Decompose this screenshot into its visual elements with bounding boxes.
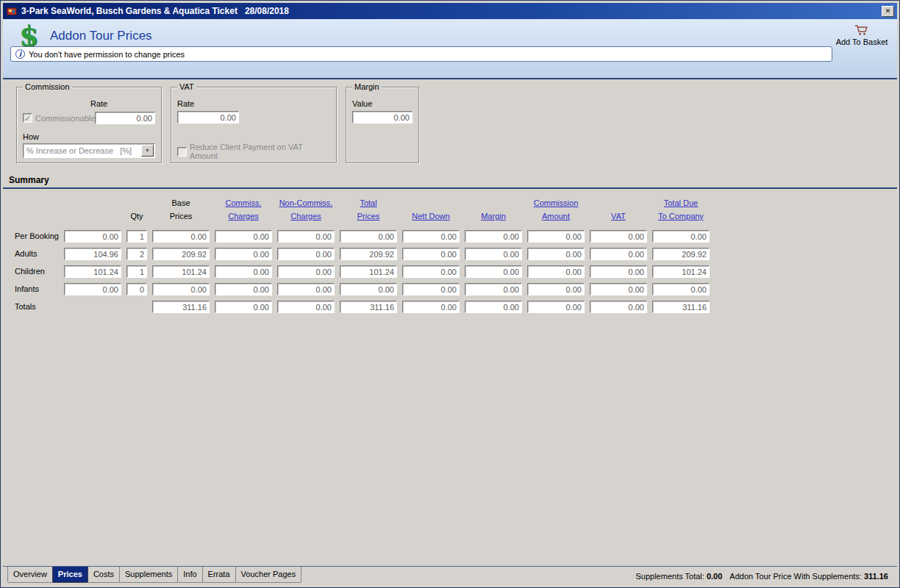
value-field[interactable]: 0.00 [215,248,272,260]
value-field[interactable]: 0.00 [465,301,522,313]
table-row: Children101.241101.240.000.00101.240.000… [15,262,897,280]
column-header-link[interactable]: Margin [465,196,522,223]
value-field[interactable]: 209.92 [652,248,710,260]
tab-info[interactable]: Info [177,567,202,583]
value-field[interactable]: 311.16 [340,301,397,313]
value-field[interactable]: 101.24 [152,265,210,278]
commission-groupbox-title: Commission [23,82,72,91]
commissionable-checkbox[interactable]: ✓ [23,113,32,123]
value-field[interactable]: 0.00 [652,230,710,243]
column-header: Qty [126,196,147,223]
value-field[interactable]: 311.16 [652,301,710,313]
value-field[interactable]: 0.00 [402,230,460,243]
title-bar[interactable]: 3-Park SeaWorld, Busch Gardens & Aquatic… [3,3,897,19]
add-to-basket-label: Add To Basket [836,37,888,46]
value-field[interactable]: 0.00 [402,248,460,260]
value-field[interactable]: 311.16 [152,301,210,313]
permission-message: You don't have permission to change pric… [29,50,185,59]
value-field[interactable]: 0 [126,283,147,295]
value-field[interactable]: 0.00 [277,248,335,260]
column-header-link[interactable]: CommissionAmount [527,196,585,223]
value-field[interactable]: 0.00 [527,248,585,260]
value-field[interactable]: 0.00 [465,283,522,295]
vat-rate-field[interactable]: 0.00 [177,111,239,123]
application-window: 3-Park SeaWorld, Busch Gardens & Aquatic… [0,0,900,588]
value-field[interactable]: 0.00 [152,230,210,243]
value-field[interactable]: 0.00 [64,283,121,295]
commission-groupbox: Commission Rate ✓ Commissionable 0.00 Ho… [16,87,162,163]
vat-groupbox: VAT Rate 0.00 Reduce Client Payment on V… [171,87,337,163]
how-combobox[interactable]: % Increase or Decrease [%] ▼ [23,143,155,158]
tab-overview[interactable]: Overview [7,567,53,583]
price-with-supplements-label: Addon Tour Price With Supplements: [729,572,862,581]
value-field[interactable]: 209.92 [340,248,397,260]
price-with-supplements-value: 311.16 [864,572,888,581]
margin-value-label: Value [352,99,413,108]
tab-bar: OverviewPricesCostsSupplementsInfoErrata… [3,566,897,585]
tab-costs[interactable]: Costs [88,567,120,583]
margin-value-field[interactable]: 0.00 [352,111,413,123]
vat-groupbox-title: VAT [177,82,196,91]
check-icon: ✓ [24,115,31,122]
value-field[interactable]: 2 [126,248,147,260]
tab-prices[interactable]: Prices [52,567,88,583]
value-field[interactable]: 0.00 [465,248,522,260]
value-field[interactable]: 0.00 [340,230,397,243]
value-field[interactable]: 1 [126,230,147,243]
value-field[interactable]: 0.00 [465,265,522,278]
value-field[interactable]: 0.00 [277,283,335,295]
value-field[interactable]: 0.00 [527,230,585,243]
value-field[interactable]: 0.00 [590,265,647,278]
value-field[interactable]: 0.00 [652,283,710,295]
value-field[interactable]: 0.00 [215,301,272,313]
value-field[interactable]: 0.00 [590,248,647,260]
value-field[interactable]: 0.00 [215,265,272,278]
value-field[interactable]: 0.00 [527,283,585,295]
settings-row: Commission Rate ✓ Commissionable 0.00 Ho… [16,87,897,163]
value-field[interactable]: 0.00 [590,301,647,313]
value-field[interactable]: 0.00 [340,283,397,295]
tab-errata[interactable]: Errata [202,567,236,583]
summary-rows: Per Booking0.0010.000.000.000.000.000.00… [15,227,897,315]
value-field[interactable]: 0.00 [590,230,647,243]
column-header-link[interactable]: Commiss.Charges [215,196,272,223]
value-field[interactable]: 0.00 [152,283,210,295]
value-field[interactable]: 101.24 [64,265,121,278]
value-field[interactable]: 0.00 [402,265,460,278]
tab-voucher-pages[interactable]: Voucher Pages [235,567,302,583]
value-field[interactable]: 0.00 [402,283,460,295]
how-label: How [23,132,155,141]
column-header-link[interactable]: VAT [590,196,647,223]
value-field[interactable]: 0.00 [590,283,647,295]
commissionable-label: Commissionable [35,114,95,123]
close-button[interactable]: ✕ [882,6,894,17]
permission-info-bar: i You don't have permission to change pr… [10,46,832,62]
dropdown-arrow-icon[interactable]: ▼ [141,145,154,157]
reduce-client-payment-label: Reduce Client Payment on VAT Amount [190,143,330,160]
column-header-link[interactable]: Nett Down [402,196,460,223]
value-field[interactable]: 0.00 [527,301,585,313]
value-field[interactable]: 104.96 [64,248,121,260]
value-field[interactable]: 0.00 [277,230,335,243]
value-field[interactable]: 101.24 [340,265,397,278]
column-header-link[interactable]: TotalPrices [340,196,397,223]
value-field[interactable]: 209.92 [152,248,210,260]
value-field[interactable]: 0.00 [215,283,272,295]
add-to-basket-button[interactable]: Add To Basket [832,24,891,46]
column-header [64,196,121,223]
column-header-link[interactable]: Non-Commiss.Charges [277,196,335,223]
commission-rate-field[interactable]: 0.00 [95,112,155,124]
value-field[interactable]: 0.00 [277,265,335,278]
value-field[interactable]: 0.00 [402,301,460,313]
reduce-client-payment-checkbox[interactable] [177,147,187,157]
value-field[interactable]: 101.24 [652,265,710,278]
value-field[interactable]: 0.00 [527,265,585,278]
row-label: Children [15,267,59,276]
column-header-link[interactable]: Total DueTo Company [652,196,710,223]
value-field[interactable]: 0.00 [215,230,272,243]
value-field[interactable]: 0.00 [465,230,522,243]
value-field[interactable]: 1 [126,265,147,278]
value-field[interactable]: 0.00 [277,301,335,313]
tab-supplements[interactable]: Supplements [119,567,178,583]
value-field[interactable]: 0.00 [64,230,121,243]
